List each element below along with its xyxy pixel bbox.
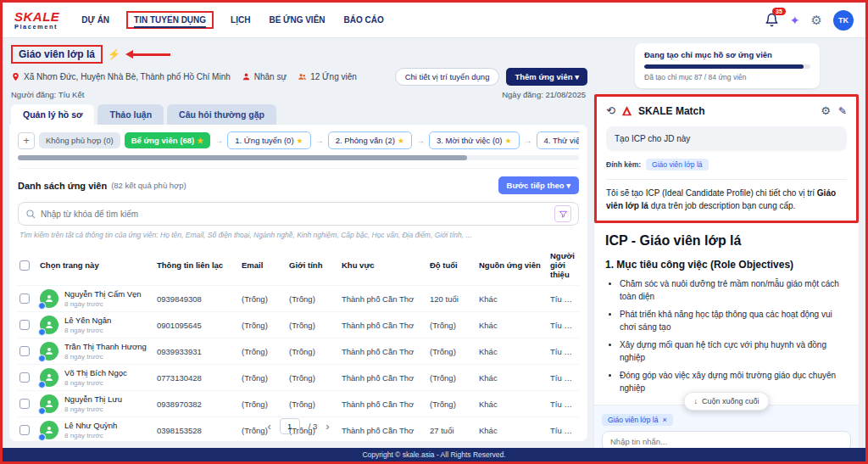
match-settings-icon[interactable]: ⚙: [821, 104, 831, 117]
settings-gear-icon[interactable]: ⚙: [811, 13, 822, 28]
col-referrer: Người giới thiệu: [550, 251, 579, 279]
job-actions: Chi tiết vị trí tuyển dụng Thêm ứng viên…: [395, 68, 587, 86]
candidate-time: 8 ngày trước: [64, 327, 103, 334]
app-window: SKALE Placement DỰ ÁN TIN TUYỂN DỤNG LỊC…: [0, 0, 868, 464]
table-row[interactable]: Lê Yến Ngân8 ngày trước 0901095645 (Trốn…: [18, 311, 579, 338]
select-all-checkbox[interactable]: [19, 260, 30, 271]
tab-quan-ly-ho-so[interactable]: Quản lý hồ sơ: [11, 104, 94, 125]
candidate-name[interactable]: Võ Thị Bích Ngọc: [64, 368, 127, 377]
cell-phone: 0939933931: [157, 347, 242, 356]
logo-subtitle: Placement: [14, 24, 59, 31]
stage-phong-van[interactable]: 2. Phỏng vấn (2)★: [328, 131, 412, 149]
cell-age: (Trống): [430, 373, 479, 383]
job-detail-button[interactable]: Chi tiết vị trí tuyển dụng: [395, 68, 500, 86]
nav-item-du-an[interactable]: DỰ ÁN: [80, 12, 111, 28]
row-checkbox[interactable]: [19, 293, 30, 304]
new-chat-icon[interactable]: ✎: [838, 105, 847, 117]
row-checkbox[interactable]: [19, 399, 30, 409]
user-avatar[interactable]: TK: [833, 10, 854, 31]
filter-button[interactable]: [554, 205, 571, 222]
stage-thu-viec[interactable]: 4. Thử việc (0)★: [537, 131, 579, 149]
icp-bullet: Xây dựng mối quan hệ tích cực với phụ hu…: [620, 339, 848, 364]
skale-match-logo: [620, 104, 633, 117]
stage-moi-thu-viec[interactable]: 3. Mời thử việc (0)★: [429, 131, 520, 149]
nav-item-lich[interactable]: LỊCH: [229, 12, 252, 28]
cell-referrer: Tíu Kết: [550, 321, 579, 330]
next-page-icon[interactable]: ›: [326, 420, 329, 433]
cell-region: Thành phố Cần Thơ: [342, 347, 430, 356]
search-input[interactable]: [41, 210, 549, 219]
candidate-time: 8 ngày trước: [64, 300, 103, 308]
nav-item-tin-tuyen-dung[interactable]: TIN TUYỂN DỤNG: [126, 11, 214, 29]
indexing-progress-card: Đang tạo chỉ mục hồ sơ ứng viên Đã tạo c…: [635, 43, 820, 88]
remove-tag-icon[interactable]: ×: [662, 416, 666, 424]
candidate-name[interactable]: Trần Thị Thanh Hương: [64, 342, 147, 351]
table-row[interactable]: Võ Thị Bích Ngọc8 ngày trước 0773130428 …: [18, 364, 579, 390]
chevron-down-icon: ▾: [575, 72, 579, 81]
job-department: Nhân sự: [242, 72, 287, 81]
pagination: ‹ 1 / 3 ›: [18, 411, 579, 438]
stage-be-ung-vien[interactable]: Bể ứng viên (68)★: [125, 132, 211, 148]
job-title: Giáo viên lớp lá: [11, 45, 103, 64]
candidate-name[interactable]: Nguyễn Thị Lưu: [64, 394, 122, 404]
icp-bullet: Phát triển khả năng học tập thông qua cá…: [620, 309, 848, 333]
star-icon: ★: [505, 137, 512, 145]
chevron-down-icon: ▾: [566, 181, 570, 190]
col-source: Nguồn ứng viên: [479, 260, 550, 270]
row-checkbox[interactable]: [19, 372, 30, 383]
col-select-page: Chọn trang này: [40, 260, 157, 270]
chat-attached-tag: Giáo viên lớp lá×: [602, 414, 673, 426]
col-age: Độ tuổi: [430, 260, 479, 270]
annotation-box-skale-match: ⟲ SKALE Match ⚙ ✎ Tạo ICP cho JD này Đín…: [594, 94, 859, 223]
notifications-button[interactable]: 35: [765, 13, 779, 27]
arrow-icon: →: [315, 136, 324, 145]
job-meta-row: Xã Nhơn Đức, Huyện Nhà Bè, Thành phố Hồ …: [11, 68, 587, 86]
row-checkbox[interactable]: [19, 346, 30, 356]
people-icon: [298, 72, 307, 81]
candidate-name[interactable]: Lê Yến Ngân: [64, 316, 111, 325]
table-row[interactable]: Nguyễn Thị Cẩm Vẹn8 ngày trước 093984930…: [18, 285, 579, 311]
nav-item-be-ung-vien[interactable]: BỂ ỨNG VIÊN: [267, 12, 326, 28]
current-page[interactable]: 1: [280, 418, 300, 434]
copyright-text: Copyright © skale.asia - All Rights Rese…: [362, 450, 505, 459]
cell-email: (Trống): [242, 347, 289, 356]
cell-referrer: Tíu Kết: [550, 373, 579, 383]
cell-referrer: Tíu Kết: [550, 400, 579, 409]
stage-ung-tuyen[interactable]: 1. Ứng tuyển (0)★: [227, 131, 310, 149]
top-navbar: SKALE Placement DỰ ÁN TIN TUYỂN DỤNG LỊC…: [3, 3, 865, 38]
history-icon[interactable]: ⟲: [606, 104, 615, 117]
prev-page-icon[interactable]: ‹: [267, 420, 270, 433]
candidate-table: Chọn trang này Thông tin liên lạc Email …: [18, 247, 579, 411]
star-icon: ★: [297, 137, 303, 145]
attach-tag: Giáo viên lớp lá: [646, 159, 708, 171]
tab-thao-luan[interactable]: Thảo luận: [97, 104, 164, 125]
search-hint: Tìm kiếm trên tất cả thông tin của ứng v…: [19, 231, 577, 239]
app-logo[interactable]: SKALE Placement: [14, 10, 59, 31]
cell-source: Khác: [479, 347, 550, 356]
job-location: Xã Nhơn Đức, Huyện Nhà Bè, Thành phố Hồ …: [11, 72, 231, 81]
attachment-row: Đính kèm: Giáo viên lớp lá: [606, 159, 847, 171]
add-candidate-button[interactable]: Thêm ứng viên ▾: [506, 68, 587, 86]
job-poster: Người đăng: Tíu Kết: [11, 90, 84, 99]
cell-email: (Trống): [242, 294, 289, 304]
col-gender: Giới tính: [289, 260, 342, 270]
candidate-avatar: [40, 289, 58, 308]
nav-item-bao-cao[interactable]: BÁO CÁO: [342, 12, 386, 28]
source-badge-icon: [38, 302, 46, 310]
row-checkbox[interactable]: [19, 320, 30, 330]
add-stage-button[interactable]: +: [18, 132, 35, 149]
list-result-count: (82 kết quả phù hợp): [111, 181, 186, 190]
stage-khong-phu-hop[interactable]: Không phù hợp (0): [39, 132, 120, 148]
candidate-name[interactable]: Nguyễn Thị Cẩm Vẹn: [64, 289, 142, 299]
table-row[interactable]: Trần Thị Thanh Hương8 ngày trước 0939933…: [18, 338, 579, 364]
job-post-date: Ngày đăng: 21/08/2025: [502, 90, 586, 99]
progress-bar: [644, 64, 810, 69]
scroll-to-bottom-button[interactable]: ↓Cuộn xuống cuối: [683, 392, 769, 411]
main-nav: DỰ ÁN TIN TUYỂN DỤNG LỊCH BỂ ỨNG VIÊN BÁ…: [80, 11, 750, 29]
job-candidate-count[interactable]: 12 Ứng viên: [298, 72, 357, 81]
ai-sparkle-icon[interactable]: ✦: [790, 14, 800, 27]
tab-cau-hoi-thuong-gap[interactable]: Câu hỏi thường gặp: [167, 104, 276, 125]
scrollbar-thumb[interactable]: [18, 155, 467, 160]
icp-content: ICP - Giáo viên lớp lá 1. Mục tiêu công …: [594, 223, 859, 405]
next-step-button[interactable]: Bước tiếp theo ▾: [498, 176, 579, 194]
